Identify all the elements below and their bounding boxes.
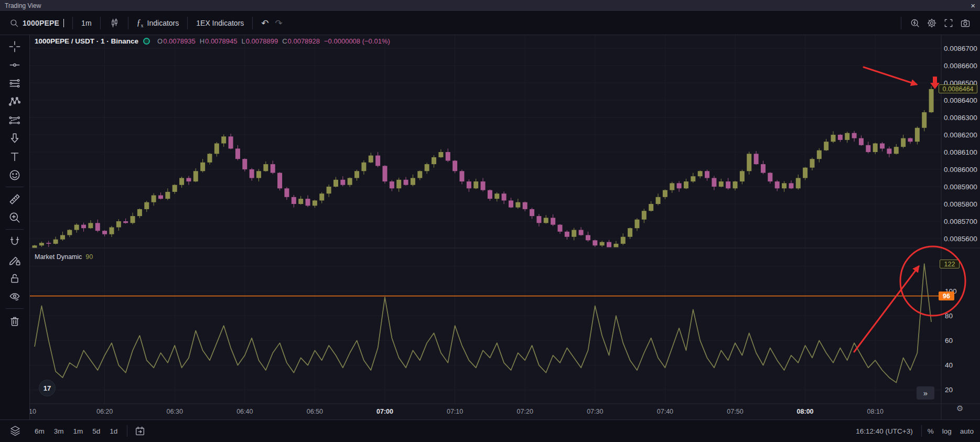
close-label: C — [282, 37, 287, 45]
expand-panel-button[interactable]: » — [917, 386, 934, 400]
market-status-icon[interactable] — [143, 38, 150, 45]
hide-drawings-button[interactable] — [4, 287, 25, 306]
bottom-separator — [921, 425, 922, 437]
symbol-name: 1000PEPE — [23, 19, 59, 27]
object-tree-button[interactable] — [0, 425, 30, 437]
svg-text:08:10: 08:10 — [867, 408, 884, 415]
gear-icon — [927, 18, 937, 28]
drawing-lock-button[interactable] — [4, 251, 25, 269]
range-5d-button[interactable]: 5d — [88, 425, 105, 437]
range-6m-button[interactable]: 6m — [30, 425, 49, 437]
toolbar-separator — [128, 17, 128, 29]
range-1d-button[interactable]: 1d — [105, 425, 122, 437]
redo-button[interactable]: ↷ — [272, 16, 286, 31]
quick-search-button[interactable] — [907, 16, 923, 30]
fullscreen-button[interactable] — [940, 16, 957, 30]
fx-icon: ƒx — [137, 18, 144, 28]
svg-text:07:10: 07:10 — [447, 408, 463, 415]
svg-text:80: 80 — [945, 312, 953, 320]
log-scale-button[interactable]: log — [942, 427, 952, 435]
svg-text:06:20: 06:20 — [96, 408, 113, 415]
zoom-in-tool-button[interactable] — [4, 208, 25, 227]
drawing-toolbar — [0, 35, 30, 419]
pattern-tool-button[interactable] — [4, 92, 25, 111]
lightning-search-icon — [910, 18, 920, 28]
toolbar-separator — [901, 17, 901, 29]
lock-all-button[interactable] — [4, 269, 25, 287]
range-1m-button[interactable]: 1m — [69, 425, 88, 437]
indicator-legend[interactable]: Market Dynamic90 — [35, 253, 93, 261]
go-to-date-button[interactable] — [132, 425, 148, 437]
window-close-icon[interactable]: × — [971, 2, 975, 9]
svg-text:07:20: 07:20 — [517, 408, 533, 415]
auto-scale-button[interactable]: auto — [960, 427, 974, 435]
sidebar-divider — [6, 187, 24, 187]
svg-text:0.0085700: 0.0085700 — [944, 218, 977, 225]
tradingview-logo[interactable]: 17 — [39, 380, 56, 396]
svg-text:10: 10 — [29, 408, 36, 415]
forecast-tool-button[interactable] — [4, 111, 25, 129]
svg-text:0.0086400: 0.0086400 — [944, 96, 977, 104]
svg-text:06:50: 06:50 — [307, 408, 323, 415]
candlestick-icon — [109, 18, 120, 28]
gann-lines-tool-button[interactable] — [4, 74, 25, 92]
text-tool-button[interactable] — [4, 147, 25, 166]
magnet-mode-button[interactable] — [4, 232, 25, 251]
layers-icon — [9, 425, 21, 437]
undo-button[interactable]: ↶ — [258, 16, 272, 31]
arrow-marker-tool-button[interactable] — [4, 129, 25, 147]
bottom-toolbar: 6m 3m 1m 5d 1d 16:12:40 (UTC+3) % log au… — [0, 419, 980, 442]
settings-button[interactable] — [923, 16, 940, 30]
trend-line-tool-button[interactable] — [4, 56, 25, 74]
toolbar-separator — [100, 17, 101, 29]
trading-view-window: 0.00867000.00866000.00865000.00864000.00… — [0, 0, 980, 442]
svg-text:0.0086200: 0.0086200 — [944, 131, 977, 139]
percent-scale-button[interactable]: % — [928, 427, 934, 435]
magnet-icon — [8, 235, 21, 249]
svg-text:07:50: 07:50 — [727, 408, 743, 415]
measure-tool-button[interactable] — [4, 190, 25, 208]
current-price-label: 0.0086464 — [939, 84, 977, 93]
svg-text:20: 20 — [945, 386, 953, 394]
window-titlebar: Trading View × — [0, 0, 980, 12]
symbol-legend[interactable]: 1000PEPE / USDT · 1 · Binance O 0.007893… — [35, 37, 390, 45]
indicator-peak-label: 122 — [940, 260, 960, 268]
ex-indicators-button[interactable]: 1EX Indicators — [193, 17, 247, 29]
toolbar-separator — [252, 17, 253, 29]
clock-label[interactable]: 16:12:40 (UTC+3) — [856, 427, 912, 435]
bottom-separator — [127, 425, 127, 437]
projection-icon — [8, 113, 21, 127]
svg-text:06:30: 06:30 — [167, 408, 183, 415]
symbol-search-button[interactable]: 1000PEPE — [6, 16, 67, 30]
chart-style-button[interactable] — [106, 16, 123, 30]
indicators-button[interactable]: ƒx Indicators — [134, 16, 182, 30]
level-line-value-label: 96 — [939, 292, 954, 300]
chart-canvas[interactable]: 0.00867000.00866000.00865000.00864000.00… — [0, 0, 980, 442]
window-title: Trading View — [5, 2, 41, 9]
zoom-in-icon — [8, 211, 21, 224]
svg-text:0.0086700: 0.0086700 — [944, 45, 977, 52]
search-icon — [9, 18, 19, 28]
high-label: H — [200, 37, 204, 45]
crosshair-tool-button[interactable] — [4, 37, 25, 56]
interval-label: 1m — [81, 19, 91, 27]
interval-button[interactable]: 1m — [78, 17, 94, 29]
top-toolbar: 1000PEPE 1m ƒx Indicators 1EX Indicators… — [0, 12, 980, 35]
svg-text:0.0086000: 0.0086000 — [944, 166, 977, 174]
camera-icon — [960, 18, 971, 28]
time-axis-settings-icon[interactable]: ⚙ — [956, 404, 963, 413]
high-value: 0.0078945 — [205, 37, 237, 45]
svg-text:0.0085900: 0.0085900 — [944, 183, 977, 191]
sidebar-divider — [6, 308, 24, 309]
svg-text:07:00: 07:00 — [376, 408, 393, 415]
screenshot-button[interactable] — [957, 16, 974, 30]
indicators-label: Indicators — [147, 19, 179, 27]
toolbar-separator — [187, 17, 188, 29]
trend-line-icon — [8, 58, 21, 72]
range-3m-button[interactable]: 3m — [49, 425, 69, 437]
remove-drawings-button[interactable] — [4, 311, 25, 330]
svg-text:07:30: 07:30 — [587, 408, 603, 415]
emoji-tool-button[interactable] — [4, 166, 25, 184]
text-icon — [8, 150, 21, 164]
indicator-param: 90 — [85, 253, 93, 261]
